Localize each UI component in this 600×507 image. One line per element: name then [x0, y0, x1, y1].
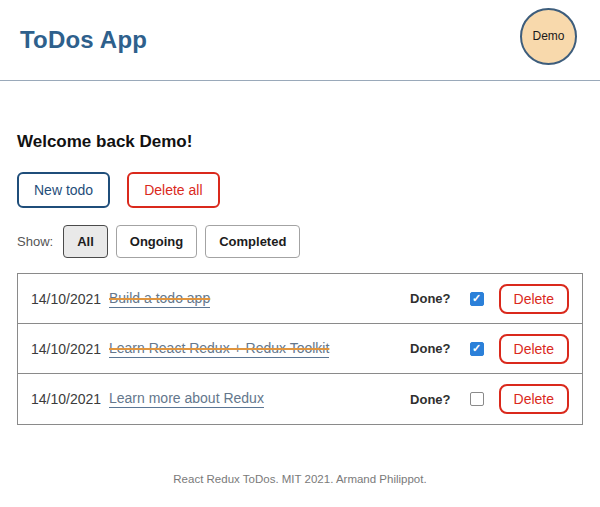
footer-text: React Redux ToDos. MIT 2021. Armand Phil…	[0, 473, 600, 485]
welcome-heading: Welcome back Demo!	[17, 132, 583, 152]
page: ToDos App Demo Welcome back Demo! New to…	[0, 0, 600, 507]
todo-link[interactable]: Build a todo app	[109, 290, 210, 308]
todo-title: Build a todo app	[109, 290, 210, 306]
done-label: Done?	[410, 341, 450, 356]
delete-todo-button[interactable]: Delete	[499, 384, 569, 414]
done-checkbox[interactable]: ✓	[470, 342, 484, 356]
todo-date: 14/10/2021	[31, 341, 109, 357]
filter-label: Show:	[17, 234, 53, 249]
todo-row: 14/10/2021 Build a todo app Done? ✓ Dele…	[18, 274, 582, 324]
todo-link[interactable]: Learn more about Redux	[109, 390, 264, 408]
todo-date: 14/10/2021	[31, 291, 109, 307]
check-icon: ✓	[472, 343, 481, 354]
delete-todo-button[interactable]: Delete	[499, 334, 569, 364]
done-checkbox[interactable]: ✓	[470, 392, 484, 406]
todo-title: Learn more about Redux	[109, 390, 264, 406]
todo-row: 14/10/2021 Learn React Redux + Redux Too…	[18, 324, 582, 374]
new-todo-button[interactable]: New todo	[17, 172, 110, 208]
filter-completed-button[interactable]: Completed	[205, 225, 300, 258]
main-content: Welcome back Demo! New todo Delete all S…	[0, 81, 600, 473]
app-footer: React Redux ToDos. MIT 2021. Armand Phil…	[0, 473, 600, 507]
done-label: Done?	[410, 291, 450, 306]
filter-row: Show: All Ongoing Completed	[17, 225, 583, 258]
todo-date: 14/10/2021	[31, 391, 109, 407]
todo-title: Learn React Redux + Redux Toolkit	[109, 340, 329, 356]
avatar[interactable]: Demo	[520, 8, 577, 65]
app-header: ToDos App Demo	[0, 0, 600, 81]
todo-link[interactable]: Learn React Redux + Redux Toolkit	[109, 340, 329, 358]
check-icon: ✓	[472, 293, 481, 304]
app-title: ToDos App	[20, 26, 147, 54]
filter-all-button[interactable]: All	[63, 225, 108, 258]
todo-row: 14/10/2021 Learn more about Redux Done? …	[18, 374, 582, 424]
actions-toolbar: New todo Delete all	[17, 172, 583, 208]
done-checkbox[interactable]: ✓	[470, 292, 484, 306]
todo-list: 14/10/2021 Build a todo app Done? ✓ Dele…	[17, 273, 583, 425]
delete-all-button[interactable]: Delete all	[127, 172, 219, 208]
done-label: Done?	[410, 392, 450, 407]
avatar-label: Demo	[532, 29, 564, 43]
delete-todo-button[interactable]: Delete	[499, 284, 569, 314]
filter-ongoing-button[interactable]: Ongoing	[116, 225, 197, 258]
